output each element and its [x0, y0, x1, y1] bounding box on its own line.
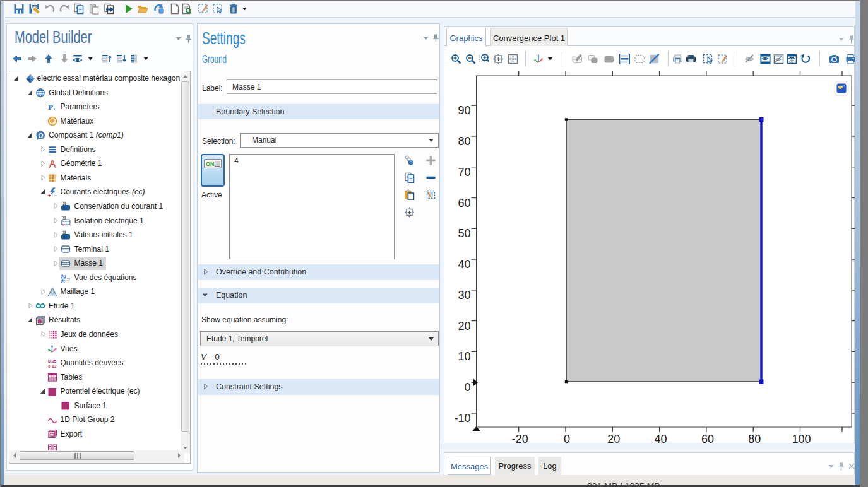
svg-text:60: 60	[458, 197, 470, 209]
svg-text::f: :f	[67, 276, 71, 282]
svg-text:70: 70	[458, 166, 470, 179]
svg-text:+: +	[48, 192, 51, 197]
svg-text:−: −	[54, 192, 57, 197]
svg-text:∂t: ∂t	[61, 278, 65, 283]
svg-text:40: 40	[655, 433, 667, 443]
svg-text:40: 40	[458, 258, 470, 271]
svg-text:0: 0	[564, 433, 570, 443]
svg-text:123: 123	[51, 433, 56, 437]
svg-text:i: i	[54, 105, 56, 112]
svg-text:60: 60	[701, 433, 714, 443]
svg-text:80: 80	[458, 135, 470, 148]
svg-text:20: 20	[458, 320, 470, 332]
svg-text:-20: -20	[512, 433, 528, 443]
svg-text:100: 100	[792, 433, 811, 443]
svg-text:10: 10	[458, 350, 470, 363]
svg-text:90: 90	[458, 104, 470, 117]
svg-text:0: 0	[464, 381, 470, 394]
svg-text:P: P	[48, 102, 53, 112]
svg-text:-10: -10	[454, 412, 470, 425]
svg-text:8.85: 8.85	[48, 359, 56, 363]
svg-text:Ω: Ω	[38, 131, 43, 139]
svg-text:20: 20	[607, 433, 620, 443]
svg-text:e-12: e-12	[48, 363, 57, 368]
svg-text:30: 30	[458, 289, 470, 302]
svg-text:80: 80	[748, 433, 761, 443]
svg-text:50: 50	[458, 227, 470, 240]
